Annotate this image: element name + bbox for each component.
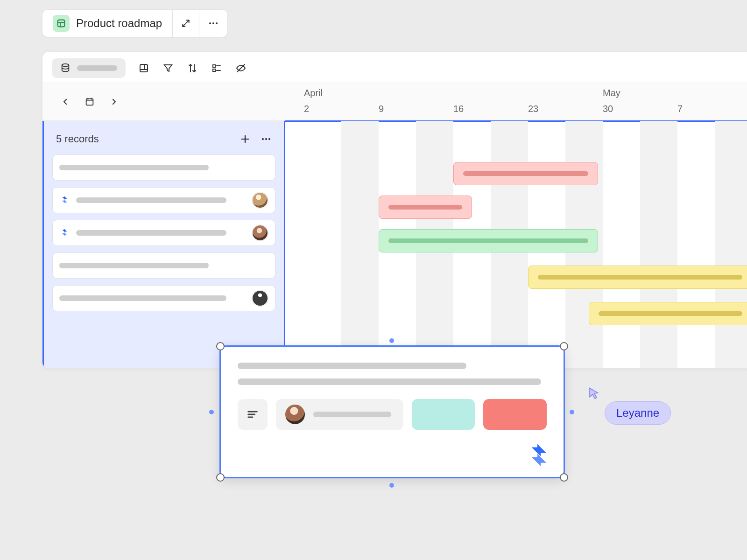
jira-icon: [524, 442, 550, 469]
tab-title: Product roadmap: [76, 17, 162, 30]
assignee-avatar[interactable]: [252, 290, 268, 307]
svg-rect-6: [213, 65, 215, 67]
day-label: 16: [453, 104, 464, 114]
database-app-icon: [53, 15, 70, 32]
timeline-header: April May 2 9 16 23 30 7: [42, 83, 747, 121]
more-horizontal-icon: [208, 18, 219, 29]
gantt-bar[interactable]: [528, 266, 747, 289]
svg-point-9: [262, 138, 264, 140]
assignee-name-placeholder: [313, 412, 391, 417]
card-subtitle-placeholder: [238, 378, 541, 385]
record-detail-card[interactable]: [219, 345, 565, 478]
day-label: 9: [379, 104, 384, 114]
svg-point-10: [265, 138, 267, 140]
day-label: 2: [304, 104, 309, 114]
selection-handle[interactable]: [560, 342, 568, 350]
selection-edge-dot[interactable]: [389, 483, 394, 488]
selection-edge-dot[interactable]: [209, 410, 214, 414]
record-row[interactable]: [52, 154, 275, 181]
month-label: April: [304, 88, 323, 98]
group-button[interactable]: [211, 62, 223, 74]
sort-button[interactable]: [186, 62, 198, 74]
month-label: May: [603, 88, 620, 98]
collaborator-name-pill: Leyanne: [605, 401, 671, 425]
record-row[interactable]: [52, 285, 275, 311]
gantt-area[interactable]: [285, 121, 747, 369]
svg-point-3: [216, 22, 218, 24]
assignee-chip[interactable]: [276, 399, 403, 430]
gantt-bar[interactable]: [379, 196, 472, 219]
records-count: 5 records: [56, 133, 99, 145]
expand-tab-button[interactable]: [172, 9, 199, 37]
timeline-nav: [42, 83, 285, 120]
records-pane: 5 records: [42, 121, 285, 369]
svg-point-4: [62, 64, 69, 67]
gantt-bar[interactable]: [379, 229, 598, 252]
tab-product-roadmap[interactable]: Product roadmap: [42, 9, 173, 37]
selection-handle[interactable]: [560, 473, 568, 482]
expand-icon: [181, 19, 190, 28]
selection-handle[interactable]: [216, 473, 225, 482]
selection-edge-dot[interactable]: [570, 410, 574, 414]
board-toolbar: [42, 52, 747, 83]
assignee-avatar: [284, 404, 306, 425]
assignee-avatar[interactable]: [252, 224, 268, 241]
record-row[interactable]: [52, 252, 275, 279]
card-properties: [238, 399, 547, 430]
layout-settings-button[interactable]: [138, 62, 150, 74]
record-title-placeholder: [76, 230, 226, 236]
svg-point-11: [268, 138, 270, 140]
selection-edge-dot[interactable]: [389, 338, 394, 343]
jira-icon: [59, 228, 70, 238]
record-row[interactable]: [52, 187, 275, 213]
svg-point-2: [212, 22, 214, 24]
gantt-bar[interactable]: [453, 162, 598, 185]
svg-rect-8: [86, 99, 93, 105]
page-tabs: Product roadmap: [42, 9, 228, 37]
status-chip-teal[interactable]: [412, 399, 475, 430]
svg-point-1: [209, 22, 211, 24]
hide-fields-button[interactable]: [235, 62, 247, 74]
add-record-button[interactable]: [240, 134, 250, 144]
gantt-bar[interactable]: [589, 302, 747, 325]
card-title-placeholder: [238, 363, 466, 369]
records-header: 5 records: [52, 130, 275, 154]
database-stack-icon: [60, 63, 70, 73]
day-label: 30: [603, 104, 613, 114]
text-property-icon[interactable]: [238, 399, 268, 430]
day-label: 7: [677, 104, 683, 114]
record-title-placeholder: [76, 197, 226, 203]
collaborator-cursor-icon: [587, 386, 601, 400]
record-title-placeholder: [59, 263, 209, 268]
timeline-scale: April May 2 9 16 23 30 7: [285, 83, 747, 120]
view-selector[interactable]: [52, 58, 126, 78]
prev-period-button[interactable]: [61, 98, 70, 106]
next-period-button[interactable]: [110, 98, 118, 106]
timeline-body: 5 records: [42, 121, 747, 369]
records-more-button[interactable]: [261, 133, 272, 145]
tab-more-button[interactable]: [199, 9, 228, 37]
roadmap-board: April May 2 9 16 23 30 7 5 records: [42, 51, 747, 369]
record-title-placeholder: [59, 295, 226, 301]
jira-icon: [59, 195, 70, 205]
view-name-placeholder: [77, 65, 117, 71]
svg-rect-0: [58, 20, 65, 27]
filter-button[interactable]: [162, 62, 174, 74]
record-title-placeholder: [59, 165, 209, 170]
svg-rect-7: [213, 69, 215, 71]
record-row[interactable]: [52, 220, 275, 246]
selection-handle[interactable]: [216, 342, 225, 350]
today-button[interactable]: [85, 97, 95, 107]
assignee-avatar[interactable]: [252, 192, 268, 209]
day-label: 23: [528, 104, 538, 114]
status-chip-red[interactable]: [483, 399, 547, 430]
